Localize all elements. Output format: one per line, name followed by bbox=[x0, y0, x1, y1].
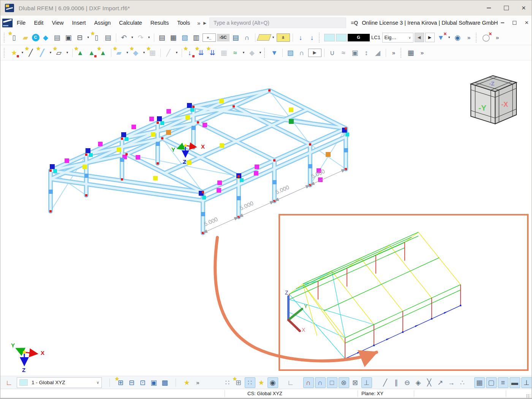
toolbar1-overflow-1[interactable]: » bbox=[464, 32, 474, 43]
workplane-move-icon[interactable]: ⊟ bbox=[127, 378, 137, 388]
line-supports-icon[interactable]: ▲★ bbox=[98, 48, 108, 58]
new-member-icon[interactable]: ╱★ bbox=[37, 48, 48, 58]
ortho-icon[interactable]: ∟ bbox=[286, 378, 296, 388]
data-navigator-icon[interactable]: ▤ bbox=[157, 32, 167, 43]
main-structure-model[interactable] bbox=[51, 90, 346, 233]
layers-icon[interactable]: ≡ bbox=[498, 377, 508, 388]
results-filter-icon[interactable]: ▼ bbox=[269, 48, 280, 58]
menu-item-assign[interactable]: Assign bbox=[90, 16, 115, 30]
maximize-button[interactable] bbox=[497, 0, 515, 16]
member-endpoints-icon[interactable]: ▬ bbox=[510, 377, 520, 388]
load-type-badge[interactable]: G bbox=[348, 34, 370, 41]
new-block-icon[interactable]: ▦★ bbox=[147, 48, 158, 58]
minimize-button[interactable] bbox=[480, 0, 497, 16]
deformation-icon[interactable]: ∪ bbox=[327, 48, 337, 58]
new-member-load-icon[interactable]: ⇊★ bbox=[196, 48, 206, 58]
resize-grip[interactable] bbox=[526, 394, 530, 399]
contour-icon[interactable]: ≈ bbox=[339, 48, 349, 58]
menu-item-tools[interactable]: Tools bbox=[173, 16, 194, 30]
clipping-plane-icon[interactable]: ◢ bbox=[373, 48, 383, 58]
search-lists-icon[interactable]: ≡Q bbox=[351, 20, 358, 26]
new-free-load-icon[interactable]: ▦ bbox=[219, 48, 229, 58]
section-icon[interactable]: ∩ bbox=[297, 48, 307, 58]
snap-circle-icon[interactable]: ⊗ bbox=[339, 377, 349, 388]
previous-load-case-icon[interactable]: ◀ bbox=[415, 33, 424, 42]
mdi-restore-button[interactable] bbox=[511, 19, 518, 26]
workplane-grid-icon[interactable]: ▩ bbox=[160, 378, 170, 388]
grid-points-snap-icon[interactable]: ∷ bbox=[245, 377, 255, 388]
next-load-case-icon[interactable]: ▶ bbox=[425, 33, 435, 42]
guidelines-visible-icon[interactable]: ◉ bbox=[268, 377, 278, 388]
solid-results-icon[interactable]: ▣ bbox=[350, 48, 360, 58]
menu-item-results[interactable]: Results bbox=[146, 16, 173, 30]
new-surface-icon[interactable]: ▰★ bbox=[114, 48, 124, 58]
workplane-axes-icon[interactable]: ∟ bbox=[4, 378, 14, 388]
reactions-icon[interactable]: ↕ bbox=[361, 48, 372, 58]
guidelines-new-icon[interactable]: ★ bbox=[256, 378, 266, 388]
search-input[interactable] bbox=[209, 17, 346, 28]
result-diagrams-icon[interactable]: ▧ bbox=[285, 48, 296, 58]
toolbar2-overflow-1[interactable]: » bbox=[389, 48, 399, 58]
toolbar2-overflow-2[interactable]: » bbox=[417, 48, 428, 58]
table-window-icon[interactable]: ▦ bbox=[406, 48, 416, 58]
toolbar1-overflow-2[interactable]: » bbox=[492, 32, 503, 43]
snap-extension-icon[interactable]: ↗ bbox=[435, 378, 445, 388]
snap-point-on-line-icon[interactable]: ╱ bbox=[380, 378, 390, 388]
import-all-windows-icon[interactable]: ↓ bbox=[307, 32, 317, 43]
new-line-icon[interactable]: ╱★ bbox=[26, 48, 36, 58]
snap-scatter-icon[interactable]: ∴ bbox=[458, 378, 467, 388]
workplane-box-icon[interactable]: ▣ bbox=[149, 378, 159, 388]
grid-settings-icon[interactable]: ⊞★ bbox=[234, 378, 244, 388]
edit-selected-objects-icon[interactable] bbox=[256, 34, 271, 41]
undo-icon[interactable]: ↶ bbox=[119, 32, 129, 43]
new-solid-icon[interactable]: ◆★ bbox=[131, 48, 141, 58]
menu-item-file[interactable]: File bbox=[13, 16, 30, 30]
dlubal-center-icon[interactable]: C bbox=[32, 34, 40, 41]
menu-item-view[interactable]: View bbox=[48, 16, 68, 30]
close-button[interactable]: × bbox=[515, 0, 532, 16]
new-dimension-icon[interactable]: ╱ bbox=[163, 48, 174, 58]
tables-icon[interactable]: ▦ bbox=[168, 32, 179, 43]
snap-perpendicular-icon[interactable]: ⊥ bbox=[361, 377, 372, 388]
model-viewport[interactable]: 5.000 5.000 5.000 5.000 X Y Z bbox=[0, 60, 532, 376]
results-navigator-icon[interactable]: ▤ bbox=[231, 32, 241, 43]
new-nodal-support-icon[interactable]: ▲★ bbox=[75, 48, 86, 58]
load-wizard-icon[interactable]: ◆ bbox=[247, 48, 257, 58]
nodal-supports-icon[interactable]: ▲ bbox=[87, 48, 97, 58]
panel-icon[interactable]: ▥ bbox=[191, 32, 201, 43]
new-imperfection-icon[interactable]: ≈ bbox=[230, 48, 241, 58]
object-grid-icon[interactable]: ▦ bbox=[474, 377, 485, 388]
snap-intersection-icon[interactable]: ╳ bbox=[424, 378, 434, 388]
print-icon[interactable]: ⊟ bbox=[75, 32, 85, 43]
snap-tangent-icon[interactable]: ⊖ bbox=[402, 378, 412, 388]
snap-parallel-icon[interactable]: ∥ bbox=[391, 378, 401, 388]
menu-item-edit[interactable]: Edit bbox=[30, 16, 48, 30]
visibility-icon[interactable]: ◉ bbox=[453, 32, 463, 43]
navigation-cube[interactable]: -Y -X -Z bbox=[471, 76, 516, 124]
snap-cross-icon[interactable]: ⊠ bbox=[350, 378, 360, 388]
save-icon[interactable]: ▣ bbox=[63, 32, 74, 43]
snap-magnet-icon[interactable]: ∩ bbox=[315, 377, 326, 388]
menu-overflow-icon[interactable]: » bbox=[194, 20, 202, 26]
menu-expand-icon[interactable]: ▶ bbox=[202, 21, 208, 25]
edit-parameters-icon[interactable]: ± bbox=[277, 33, 290, 42]
models-cube-icon[interactable]: ◆ bbox=[41, 32, 51, 43]
support-point-icon[interactable]: ⊥ bbox=[521, 377, 532, 388]
grid-points-visible-icon[interactable]: ∷ bbox=[223, 378, 233, 388]
snap-endpoint-icon[interactable]: □ bbox=[327, 377, 337, 388]
new-line-load-icon[interactable]: ⇊★ bbox=[207, 48, 218, 58]
console-icon[interactable]: »_ bbox=[203, 33, 216, 42]
load-case-combo[interactable]: Eig…∨ bbox=[382, 33, 413, 43]
new-node-icon[interactable]: ★ bbox=[9, 48, 19, 58]
menu-item-insert[interactable]: Insert bbox=[68, 16, 90, 30]
snap-menu-icon[interactable]: ★ bbox=[182, 378, 192, 388]
new-printout-report-icon[interactable]: ▯★ bbox=[92, 32, 102, 43]
workplane-new-icon[interactable]: ⊞★ bbox=[116, 378, 126, 388]
import-window-icon[interactable]: ↓ bbox=[296, 32, 306, 43]
menu-item-calculate[interactable]: Calculate bbox=[115, 16, 146, 30]
redo-icon[interactable]: ↷ bbox=[136, 32, 146, 43]
mdi-minimize-button[interactable] bbox=[499, 19, 506, 26]
script-console-icon[interactable]: ›SC bbox=[217, 34, 230, 41]
new-nodal-load-icon[interactable]: ↓★ bbox=[185, 48, 195, 58]
animation-icon[interactable]: ▶ bbox=[308, 49, 321, 57]
